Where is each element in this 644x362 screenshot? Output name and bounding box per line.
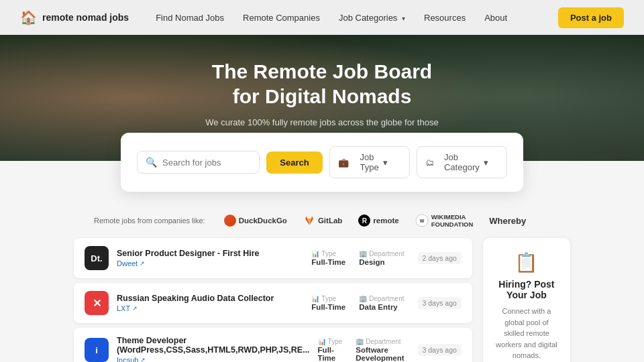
chevron-down-icon: ▾ bbox=[484, 158, 498, 168]
dept-value: Design bbox=[359, 258, 404, 266]
job-type-select[interactable]: 💼 Job Type ▾ bbox=[329, 146, 410, 178]
sidebar-card-title: Hiring? Post Your Job bbox=[494, 279, 559, 300]
chevron-down-icon: ▾ bbox=[402, 15, 405, 22]
job-company: Dweet ↗ bbox=[117, 259, 303, 267]
svg-text:W: W bbox=[419, 219, 424, 223]
table-row: i Theme Developer (WordPress,CSS,Sass,HT… bbox=[74, 328, 472, 362]
type-value: Full-Time bbox=[311, 303, 345, 311]
job-info: Senior Product Designer - First Hire Dwe… bbox=[117, 249, 303, 267]
job-date-badge: 3 days ago bbox=[418, 344, 462, 356]
nav-remote-companies[interactable]: Remote Companies bbox=[243, 13, 320, 23]
dept-icon: 🏢 bbox=[359, 295, 367, 302]
jobs-section: Dt. Senior Product Designer - First Hire… bbox=[74, 238, 570, 362]
job-company: LXT ↗ bbox=[117, 304, 303, 312]
table-row: Dt. Senior Product Designer - First Hire… bbox=[74, 238, 472, 278]
company-link[interactable]: Incsub bbox=[117, 356, 138, 362]
job-info: Russian Speaking Audio Data Collector LX… bbox=[117, 294, 303, 312]
table-row: ✕ Russian Speaking Audio Data Collector … bbox=[74, 283, 472, 323]
post-job-nav-button[interactable]: Post a job bbox=[558, 7, 624, 28]
job-title: Russian Speaking Audio Data Collector bbox=[117, 294, 303, 303]
remote-icon: R bbox=[358, 215, 370, 227]
type-icon: 📊 bbox=[311, 250, 319, 257]
companies-label: Remote jobs from companies like: bbox=[94, 217, 205, 225]
dept-label: 🏢 Department bbox=[359, 250, 404, 257]
job-type-group: 📊 Type Full-Time bbox=[311, 250, 345, 266]
search-container: 🔍 Search 💼 Job Type ▾ 🗂 Job Category ▾ bbox=[121, 133, 523, 192]
type-icon: 📊 bbox=[311, 295, 319, 302]
dept-label: 🏢 Department bbox=[359, 295, 404, 302]
type-value: Full-Time bbox=[311, 258, 345, 266]
hero-content: The Remote Job Board for Digital Nomads … bbox=[201, 52, 443, 144]
duckduckgo-logo[interactable]: DuckDuckGo bbox=[224, 215, 287, 227]
type-label: 📊 Type bbox=[311, 250, 345, 257]
svg-marker-2 bbox=[305, 216, 307, 219]
dept-icon: 🏢 bbox=[359, 250, 367, 257]
gitlab-icon bbox=[303, 215, 315, 227]
duckduckgo-icon bbox=[224, 215, 236, 227]
search-button[interactable]: Search bbox=[266, 152, 322, 174]
remote-logo[interactable]: R remote bbox=[358, 215, 398, 227]
job-dept-group: 🏢 Department Design bbox=[359, 250, 404, 266]
sidebar-card-description: Connect with a global pool of skilled re… bbox=[494, 306, 559, 361]
job-meta: 📊 Type Full-Time 🏢 Department Software D… bbox=[318, 338, 462, 362]
external-link-icon: ↗ bbox=[140, 260, 145, 267]
nav-links: Find Nomad Jobs Remote Companies Job Cat… bbox=[156, 13, 558, 23]
job-company: Incsub ↗ bbox=[117, 356, 310, 362]
external-link-icon: ↗ bbox=[132, 305, 138, 312]
nav-job-categories[interactable]: Job Categories ▾ bbox=[339, 13, 405, 23]
search-input[interactable] bbox=[162, 158, 251, 168]
type-label: 📊 Type bbox=[311, 295, 345, 302]
briefcase-icon: 💼 bbox=[338, 158, 356, 168]
job-category-select[interactable]: 🗂 Job Category ▾ bbox=[417, 146, 507, 178]
type-value: Full-Time bbox=[318, 346, 343, 362]
type-icon: 📊 bbox=[318, 338, 326, 345]
dept-label: 🏢 Department bbox=[356, 338, 404, 345]
company-link[interactable]: Dweet bbox=[117, 259, 138, 267]
company-avatar: ✕ bbox=[85, 291, 109, 315]
job-date-badge: 2 days ago bbox=[418, 252, 462, 264]
nav-resources[interactable]: Resources bbox=[424, 13, 466, 23]
company-avatar: i bbox=[85, 338, 109, 362]
job-type-group: 📊 Type Full-Time bbox=[318, 338, 343, 362]
logo[interactable]: 🏠 remote nomad jobs bbox=[20, 9, 129, 25]
svg-marker-3 bbox=[311, 216, 313, 219]
nav-find-nomad-jobs[interactable]: Find Nomad Jobs bbox=[156, 13, 224, 23]
dept-value: Software Development bbox=[356, 346, 404, 362]
search-row: 🔍 Search 💼 Job Type ▾ 🗂 Job Category ▾ bbox=[137, 146, 507, 178]
job-info: Theme Developer (WordPress,CSS,Sass,HTML… bbox=[117, 336, 310, 362]
job-dept-group: 🏢 Department Data Entry bbox=[359, 295, 404, 311]
company-link[interactable]: LXT bbox=[117, 304, 130, 312]
chevron-down-icon: ▾ bbox=[383, 158, 401, 168]
company-avatar: Dt. bbox=[85, 246, 109, 270]
dept-icon: 🏢 bbox=[356, 338, 364, 345]
gitlab-logo[interactable]: GitLab bbox=[303, 215, 342, 227]
navbar: 🏠 remote nomad jobs Find Nomad Jobs Remo… bbox=[0, 0, 644, 35]
jobs-list: Dt. Senior Product Designer - First Hire… bbox=[74, 238, 472, 362]
job-title: Senior Product Designer - First Hire bbox=[117, 249, 303, 258]
post-job-icon: 📋 bbox=[515, 251, 538, 274]
logo-text: remote nomad jobs bbox=[42, 12, 129, 23]
wikimedia-logo[interactable]: W WIKIMEDIAFOUNDATION bbox=[415, 213, 474, 228]
search-icon: 🔍 bbox=[146, 157, 157, 168]
logo-icon: 🏠 bbox=[20, 9, 37, 25]
category-icon: 🗂 bbox=[425, 158, 440, 168]
dept-value: Data Entry bbox=[359, 303, 404, 311]
job-dept-group: 🏢 Department Software Development bbox=[356, 338, 404, 362]
type-label: 📊 Type bbox=[318, 338, 343, 345]
job-meta: 📊 Type Full-Time 🏢 Department Design 2 d… bbox=[311, 250, 462, 266]
nav-about[interactable]: About bbox=[484, 13, 507, 23]
companies-row: Remote jobs from companies like: DuckDuc… bbox=[94, 213, 550, 228]
job-type-group: 📊 Type Full-Time bbox=[311, 295, 345, 311]
wikimedia-icon: W bbox=[415, 214, 429, 227]
whereby-logo[interactable]: Whereby bbox=[489, 216, 526, 226]
job-title: Theme Developer (WordPress,CSS,Sass,HTML… bbox=[117, 336, 310, 355]
hero-title: The Remote Job Board for Digital Nomads bbox=[201, 59, 443, 109]
search-input-wrap: 🔍 bbox=[137, 151, 260, 174]
job-date-badge: 3 days ago bbox=[418, 297, 462, 309]
job-meta: 📊 Type Full-Time 🏢 Department Data Entry… bbox=[311, 295, 462, 311]
post-job-sidebar-card: 📋 Hiring? Post Your Job Connect with a g… bbox=[483, 238, 570, 362]
company-logos: DuckDuckGo GitLab R remote W WIKIMEDIAFO… bbox=[224, 213, 527, 228]
external-link-icon: ↗ bbox=[140, 357, 146, 362]
